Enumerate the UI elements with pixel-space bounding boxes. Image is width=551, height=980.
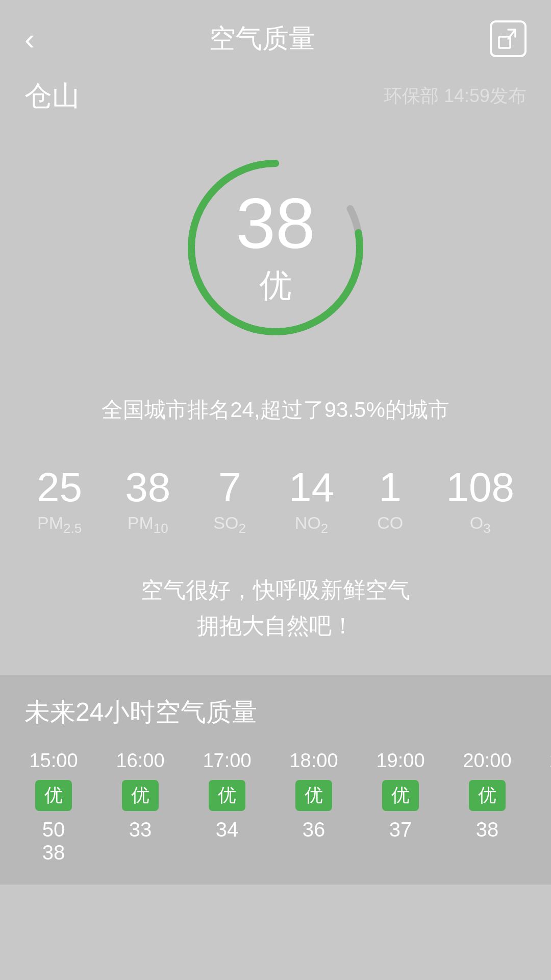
- forecast-item-3: 18:00 优 36: [276, 750, 352, 864]
- publish-time: 环保部 14:59发布: [384, 84, 527, 109]
- description-line2: 拥抱大自然吧！: [197, 613, 354, 638]
- forecast-badge-4: 优: [382, 780, 419, 811]
- pollutant-so2: 7 SO2: [213, 465, 246, 536]
- description-text: 空气很好，快呼吸新鲜空气 拥抱大自然吧！: [24, 572, 527, 644]
- gauge-center: 38 优: [179, 151, 372, 345]
- page-title: 空气质量: [209, 21, 315, 57]
- pollutant-o3-value: 108: [446, 465, 514, 510]
- pollutant-pm10-value: 38: [125, 465, 170, 510]
- pollutant-co: 1 CO: [377, 465, 403, 536]
- pollutant-pm10: 38 PM10: [125, 465, 170, 536]
- back-button[interactable]: ‹: [24, 21, 35, 57]
- header: ‹ 空气质量: [0, 0, 551, 67]
- forecast-item-4: 19:00 优 37: [362, 750, 439, 864]
- pollutant-co-name: CO: [377, 513, 403, 533]
- pollutant-co-value: 1: [379, 465, 402, 510]
- forecast-pm10-2: 34: [216, 818, 239, 841]
- forecast-pm25-0: 50: [42, 818, 65, 841]
- forecast-item-5: 20:00 优 38: [449, 750, 525, 864]
- gauge-value: 38: [236, 188, 315, 259]
- forecast-pm10-0: 38: [42, 841, 65, 864]
- forecast-badge-2: 优: [209, 780, 245, 811]
- forecast-time-3: 18:00: [289, 750, 338, 772]
- pollutant-no2: 14 NO2: [289, 465, 334, 536]
- pollutant-pm25-name: PM2.5: [37, 513, 82, 536]
- gauge-status: 优: [259, 263, 292, 308]
- forecast-pm10-3: 36: [303, 818, 325, 841]
- forecast-time-0: 15:00: [29, 750, 78, 772]
- ranking-text: 全国城市排名24,超过了93.5%的城市: [102, 398, 449, 422]
- forecast-time-5: 20:00: [463, 750, 511, 772]
- pollutants-row: 25 PM2.5 38 PM10 7 SO2 14 NO2 1 CO 108 O…: [0, 450, 551, 562]
- forecast-time-2: 17:00: [203, 750, 251, 772]
- forecast-badge-1: 优: [122, 780, 159, 811]
- pollutant-pm25-value: 25: [37, 465, 82, 510]
- pollutant-no2-name: NO2: [295, 513, 328, 536]
- ranking-section: 全国城市排名24,超过了93.5%的城市: [0, 385, 551, 450]
- pollutant-o3-name: O3: [470, 513, 491, 536]
- forecast-pm10-5: 38: [476, 818, 499, 841]
- forecast-section: 未来24小时空气质量 15:00 优 50 38 16:00 优 33 17:0…: [0, 675, 551, 885]
- pollutant-pm25: 25 PM2.5: [37, 465, 82, 536]
- gauge-section: 38 优: [0, 120, 551, 385]
- forecast-pm10-1: 33: [129, 818, 152, 841]
- pollutant-so2-value: 7: [218, 465, 241, 510]
- pollutant-so2-name: SO2: [213, 513, 246, 536]
- forecast-time-1: 16:00: [116, 750, 164, 772]
- forecast-item-0: 15:00 优 50 38: [15, 750, 92, 864]
- forecast-item-1: 16:00 优 33: [102, 750, 179, 864]
- gauge-wrapper: 38 优: [179, 151, 372, 345]
- share-button[interactable]: [490, 20, 527, 57]
- description-section: 空气很好，快呼吸新鲜空气 拥抱大自然吧！: [0, 562, 551, 675]
- forecast-scroll[interactable]: 15:00 优 50 38 16:00 优 33 17:00 优 34 18:0…: [0, 750, 551, 864]
- location-name: 仓山: [24, 78, 80, 115]
- forecast-time-4: 19:00: [376, 750, 424, 772]
- forecast-pm10-4: 37: [389, 818, 412, 841]
- forecast-item-6: 21:00 优 39: [536, 750, 551, 864]
- forecast-title: 未来24小时空气质量: [0, 695, 551, 750]
- forecast-item-2: 17:00 优 34: [189, 750, 265, 864]
- svg-line-1: [508, 30, 515, 39]
- pollutant-pm10-name: PM10: [128, 513, 168, 536]
- forecast-badge-3: 优: [295, 780, 332, 811]
- location-row: 仓山 环保部 14:59发布: [0, 67, 551, 120]
- forecast-badge-0: 优: [35, 780, 72, 811]
- forecast-badge-5: 优: [469, 780, 506, 811]
- description-line1: 空气很好，快呼吸新鲜空气: [141, 577, 410, 602]
- pollutant-o3: 108 O3: [446, 465, 514, 536]
- pollutant-no2-value: 14: [289, 465, 334, 510]
